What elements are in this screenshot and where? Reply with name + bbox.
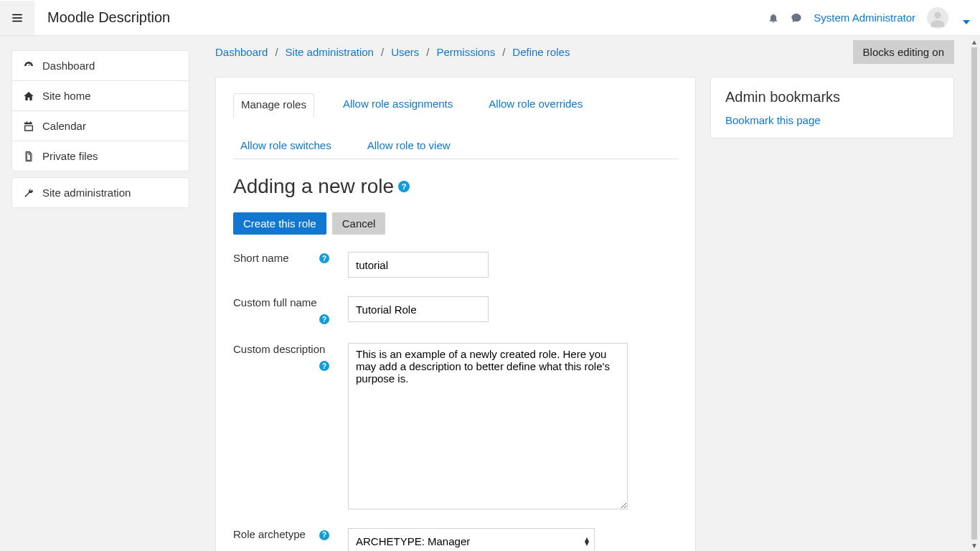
sidebar-item-label: Site administration — [42, 187, 131, 199]
sidebar-item-dashboard[interactable]: Dashboard — [12, 51, 189, 80]
sidebar-item-label: Calendar — [42, 120, 86, 132]
hamburger-icon[interactable] — [0, 1, 34, 35]
sidebar-item-calendar[interactable]: Calendar — [12, 111, 189, 141]
breadcrumb-siteadmin[interactable]: Site administration — [286, 46, 374, 58]
home-icon — [22, 90, 35, 102]
tab-allow-view[interactable]: Allow role to view — [360, 135, 458, 159]
sidebar-item-sitehome[interactable]: Site home — [12, 81, 189, 110]
blocks-editing-button[interactable]: Blocks editing on — [853, 40, 954, 64]
bookmark-this-page-link[interactable]: Bookmark this page — [725, 114, 821, 126]
file-icon — [22, 151, 35, 162]
breadcrumb: Dashboard / Site administration / Users … — [215, 46, 570, 58]
page-title: Adding a new role ? — [233, 175, 678, 198]
sidebar-item-siteadmin[interactable]: Site administration — [12, 178, 189, 207]
sidebar-item-privatefiles[interactable]: Private files — [12, 141, 189, 171]
role-tabs: Manage roles Allow role assignments Allo… — [233, 93, 678, 159]
tab-allow-overrides[interactable]: Allow role overrides — [481, 93, 590, 118]
scroll-up-arrow-icon[interactable]: ▲ — [969, 36, 980, 47]
help-icon[interactable]: ? — [319, 361, 329, 371]
tab-manage-roles[interactable]: Manage roles — [233, 93, 314, 118]
sidebar-item-label: Site home — [42, 90, 91, 102]
user-link[interactable]: System Administrator — [814, 11, 915, 24]
help-icon[interactable]: ? — [319, 530, 329, 540]
shortname-label: Short name — [233, 252, 289, 264]
avatar[interactable] — [927, 7, 948, 29]
scroll-down-arrow-icon[interactable]: ▼ — [969, 540, 980, 551]
tab-allow-switches[interactable]: Allow role switches — [233, 135, 339, 159]
scroll-track[interactable] — [971, 47, 977, 540]
archetype-label: Role archetype — [233, 528, 306, 540]
tab-allow-assignments[interactable]: Allow role assignments — [336, 93, 460, 118]
chat-icon[interactable] — [791, 12, 802, 24]
breadcrumb-users[interactable]: Users — [391, 46, 419, 58]
breadcrumb-permissions[interactable]: Permissions — [436, 46, 495, 58]
site-brand[interactable]: Moodle Description — [47, 9, 170, 26]
sidebar-item-label: Private files — [42, 150, 98, 162]
description-label: Custom description — [233, 343, 325, 355]
admin-bookmarks-block: Admin bookmarks Bookmark this page — [710, 77, 954, 138]
dashboard-icon — [22, 60, 35, 72]
help-icon[interactable]: ? — [319, 253, 329, 263]
help-icon[interactable]: ? — [398, 181, 410, 192]
breadcrumb-dashboard[interactable]: Dashboard — [215, 46, 268, 58]
wrench-icon — [22, 187, 35, 199]
main-card: Manage roles Allow role assignments Allo… — [215, 77, 696, 551]
description-textarea[interactable] — [348, 343, 628, 509]
shortname-input[interactable] — [348, 252, 489, 278]
admin-bookmarks-title: Admin bookmarks — [725, 89, 939, 105]
breadcrumb-defineroles[interactable]: Define roles — [512, 46, 570, 58]
user-menu-caret-icon[interactable] — [963, 14, 970, 22]
sidebar: Dashboard Site home Calendar Private fil… — [0, 36, 201, 551]
bell-icon[interactable] — [768, 12, 779, 24]
page-scrollbar[interactable]: ▲ ▼ — [969, 36, 980, 551]
cancel-button[interactable]: Cancel — [332, 212, 386, 235]
fullname-input[interactable] — [348, 296, 489, 322]
top-navbar: Moodle Description System Administrator — [0, 0, 980, 36]
sidebar-item-label: Dashboard — [42, 60, 95, 72]
archetype-select[interactable]: ARCHETYPE: Manager — [348, 528, 595, 551]
help-icon[interactable]: ? — [319, 314, 329, 324]
calendar-icon — [22, 121, 35, 132]
create-role-button[interactable]: Create this role — [233, 212, 326, 235]
fullname-label: Custom full name — [233, 296, 317, 309]
